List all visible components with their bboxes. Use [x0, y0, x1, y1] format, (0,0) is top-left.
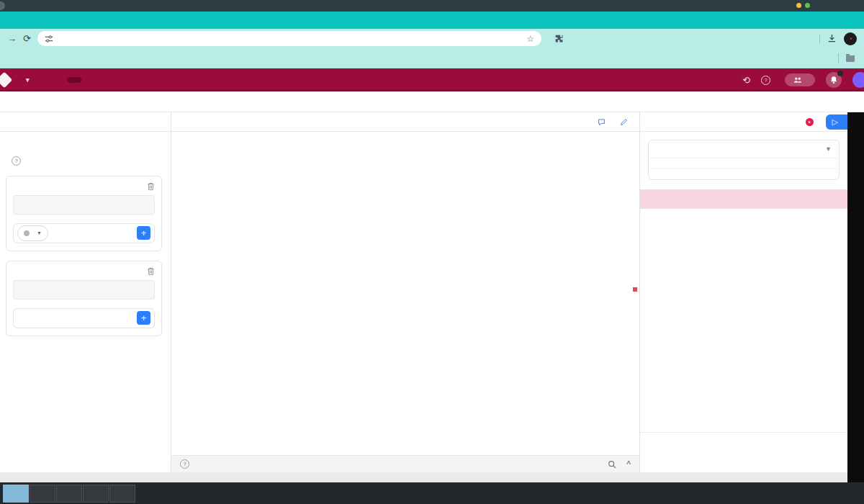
- airtable-logo-icon: [0, 72, 12, 89]
- notification-badge: [837, 71, 843, 76]
- info-icon[interactable]: ?: [12, 156, 21, 166]
- user-avatar[interactable]: [852, 72, 864, 88]
- run-stats: [640, 432, 847, 472]
- ask-community-link[interactable]: [598, 118, 608, 126]
- pencil-icon: [620, 118, 628, 126]
- bottom-strip: [0, 472, 864, 482]
- browser-toolbar: → ⟳ ☆ ◔: [0, 29, 864, 48]
- script-input-card: ▼: [648, 140, 840, 180]
- test-failed-status: ×: [806, 118, 817, 126]
- variable-group-1: ▼ +: [6, 176, 162, 251]
- add-value-button[interactable]: +: [137, 226, 150, 240]
- chevron-down-icon: ▼: [825, 145, 832, 153]
- record-id-icon: [24, 230, 30, 236]
- chevron-down-icon: ▾: [26, 76, 30, 84]
- script-input-row: [649, 169, 839, 179]
- bookmarks-right: [831, 53, 858, 63]
- all-bookmarks[interactable]: [846, 55, 858, 62]
- bookmark-star-icon[interactable]: ☆: [526, 34, 534, 44]
- airtable-header-right: ⟲ ?: [742, 72, 855, 88]
- right-black-strip: [847, 112, 864, 482]
- workspace-4[interactable]: [83, 485, 109, 503]
- run-time-stat: [640, 439, 744, 472]
- bookmarks-bar: [0, 48, 864, 68]
- window-maximize-dot[interactable]: [805, 3, 810, 8]
- workspace-1[interactable]: [3, 485, 29, 503]
- code-panel: ? ^: [171, 112, 639, 472]
- add-value-button[interactable]: +: [137, 311, 150, 325]
- code-editor[interactable]: [171, 132, 639, 455]
- people-icon: [793, 76, 802, 84]
- input-variables-usage: ?: [9, 140, 162, 166]
- play-icon: ▷: [832, 117, 838, 127]
- input-variables-header: [0, 112, 171, 132]
- help-button[interactable]: ?: [761, 76, 774, 85]
- variable-group-2: +: [6, 261, 162, 336]
- workspace-3[interactable]: [56, 485, 82, 503]
- titlebar-circle-icon: [0, 1, 5, 10]
- input-variables-body: ? ▼ +: [0, 140, 171, 336]
- bookmarks-divider: [838, 53, 839, 63]
- script-input-row: [649, 158, 839, 169]
- script-input-header[interactable]: ▼: [649, 140, 839, 158]
- workspace-switcher[interactable]: [3, 485, 135, 503]
- tab-data[interactable]: [41, 77, 55, 83]
- base-name-menu[interactable]: ▾: [22, 76, 30, 84]
- profile-avatar[interactable]: ◔: [844, 32, 857, 45]
- share-button[interactable]: [785, 73, 815, 86]
- memory-stat: [744, 439, 847, 472]
- variable-value-input[interactable]: +: [13, 308, 155, 328]
- docs-icon: ?: [180, 459, 189, 469]
- reload-icon[interactable]: ⟳: [23, 34, 31, 43]
- community-icon: [598, 118, 606, 126]
- trash-icon[interactable]: [147, 182, 155, 191]
- puzzle-icon[interactable]: [554, 34, 564, 43]
- workspace-5[interactable]: [109, 485, 135, 503]
- test-output-header: × ▷: [640, 112, 847, 132]
- variable-name-input[interactable]: [13, 195, 155, 215]
- chevron-down-icon: ▼: [37, 230, 42, 235]
- question-icon: ?: [761, 76, 770, 85]
- downloads-icon[interactable]: [827, 34, 837, 43]
- tab-interfaces[interactable]: [93, 77, 107, 83]
- toolbar-divider: [819, 34, 820, 44]
- error-marker: [633, 287, 637, 292]
- tab-strip: [0, 12, 864, 29]
- collapse-icon[interactable]: ^: [626, 460, 631, 468]
- search-icon[interactable]: [608, 460, 616, 469]
- test-output-panel: × ▷ ▼: [639, 112, 847, 472]
- error-box: [640, 189, 847, 209]
- workspace-2[interactable]: [30, 485, 55, 503]
- window-minimize-dot[interactable]: [796, 3, 801, 8]
- forward-icon[interactable]: →: [7, 34, 17, 43]
- variable-name-input[interactable]: [13, 280, 155, 300]
- tab-automations[interactable]: [67, 77, 81, 83]
- publish-script-link[interactable]: [620, 118, 631, 126]
- taskbar: [0, 482, 864, 504]
- folder-icon: [846, 55, 855, 62]
- input-variables-panel: ? ▼ +: [0, 112, 171, 472]
- bell-icon: [829, 76, 838, 84]
- address-bar[interactable]: ☆: [37, 31, 541, 46]
- trash-icon[interactable]: [147, 267, 155, 276]
- history-icon[interactable]: ⟲: [742, 75, 750, 86]
- airtable-header: ▾ ⟲ ?: [0, 68, 864, 91]
- record-id-pill[interactable]: ▼: [17, 225, 48, 241]
- edit-script-bar: [0, 91, 864, 112]
- code-footer: ? ^: [171, 455, 639, 472]
- notifications-button[interactable]: [826, 72, 842, 88]
- variable-value-input[interactable]: ▼ +: [13, 223, 155, 243]
- tune-icon[interactable]: [45, 35, 53, 43]
- code-header: [171, 112, 639, 132]
- window-title-bar: [0, 0, 864, 12]
- fail-icon: ×: [806, 118, 814, 126]
- toolbar-right: ◔: [819, 32, 857, 45]
